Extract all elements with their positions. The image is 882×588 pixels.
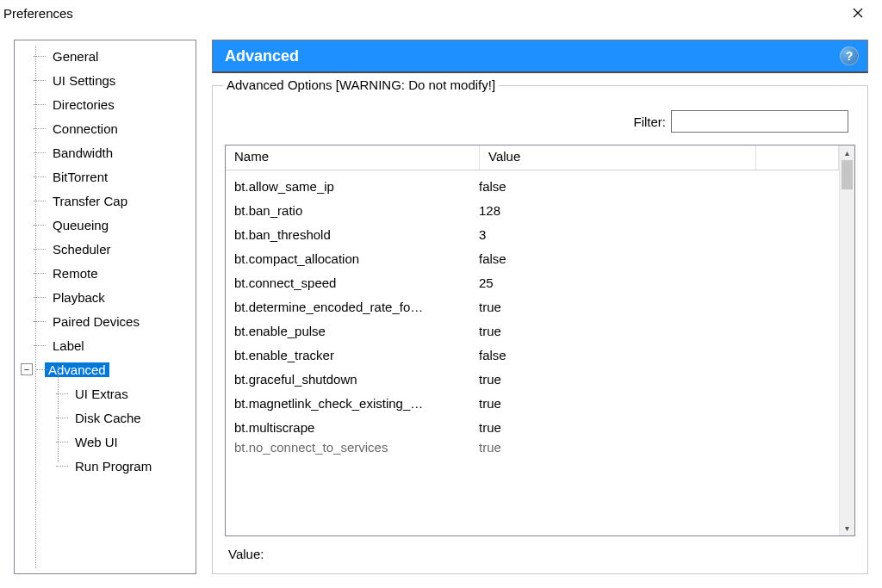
list-item[interactable]: bt.enable_pulsetrue bbox=[226, 319, 839, 343]
collapse-icon[interactable]: − bbox=[21, 363, 33, 375]
category-tree: General UI Settings Directories Connecti… bbox=[14, 40, 196, 574]
list-item[interactable]: bt.determine_encoded_rate_fo…true bbox=[226, 294, 839, 319]
listview-body: bt.allow_same_ipfalse bt.ban_ratio128 bt… bbox=[226, 170, 839, 535]
tree-item-bittorrent[interactable]: BitTorrent bbox=[18, 164, 196, 189]
list-item[interactable]: bt.compact_allocationfalse bbox=[226, 246, 839, 270]
tree-item-queueing[interactable]: Queueing bbox=[18, 213, 196, 237]
tree-item-scheduler[interactable]: Scheduler bbox=[18, 237, 196, 261]
list-item[interactable]: bt.multiscrapetrue bbox=[226, 415, 839, 439]
options-listview: Name Value bt.allow_same_ipfalse bt.ban_… bbox=[225, 145, 855, 536]
scroll-down-icon[interactable]: ▾ bbox=[840, 521, 854, 535]
tree-item-transfer-cap[interactable]: Transfer Cap bbox=[18, 189, 196, 213]
tree-item-playback[interactable]: Playback bbox=[18, 285, 196, 309]
scroll-thumb[interactable] bbox=[842, 160, 853, 189]
list-item[interactable]: bt.enable_trackerfalse bbox=[226, 343, 839, 367]
listview-header: Name Value bbox=[226, 145, 839, 170]
tree-item-advanced[interactable]: − Advanced bbox=[18, 357, 196, 381]
filter-input[interactable] bbox=[671, 110, 848, 133]
section-header: Advanced ? bbox=[212, 40, 868, 73]
filter-row: Filter: bbox=[225, 102, 855, 145]
list-item[interactable]: bt.no_connect_to_servicestrue bbox=[226, 439, 839, 455]
list-item[interactable]: bt.ban_ratio128 bbox=[226, 198, 839, 222]
list-item[interactable]: bt.ban_threshold3 bbox=[226, 222, 839, 246]
body: General UI Settings Directories Connecti… bbox=[0, 26, 882, 588]
tree-item-label[interactable]: Label bbox=[18, 333, 196, 357]
scroll-up-icon[interactable]: ▴ bbox=[840, 145, 854, 160]
close-icon bbox=[853, 8, 863, 18]
tree-item-general[interactable]: General bbox=[18, 44, 196, 68]
tree-item-paired-devices[interactable]: Paired Devices bbox=[18, 309, 196, 333]
advanced-options-group: Advanced Options [WARNING: Do not modify… bbox=[212, 85, 868, 574]
group-legend: Advanced Options [WARNING: Do not modify… bbox=[223, 77, 499, 92]
value-label: Value: bbox=[225, 536, 855, 561]
tree-item-directories[interactable]: Directories bbox=[18, 92, 196, 116]
tree-item-bandwidth[interactable]: Bandwidth bbox=[18, 140, 196, 164]
column-name[interactable]: Name bbox=[226, 145, 480, 170]
section-title: Advanced bbox=[225, 47, 840, 65]
close-button[interactable] bbox=[841, 1, 875, 25]
list-item[interactable]: bt.graceful_shutdowntrue bbox=[226, 367, 839, 391]
filter-label: Filter: bbox=[634, 115, 667, 129]
tree-item-connection[interactable]: Connection bbox=[18, 116, 196, 140]
window-title: Preferences bbox=[3, 6, 841, 21]
column-value[interactable]: Value bbox=[480, 145, 756, 170]
tree-item-ui-settings[interactable]: UI Settings bbox=[18, 68, 196, 92]
titlebar: Preferences bbox=[0, 0, 882, 26]
tree-item-disk-cache[interactable]: Disk Cache bbox=[18, 405, 196, 430]
scrollbar[interactable]: ▴ ▾ bbox=[839, 145, 854, 535]
tree-item-remote[interactable]: Remote bbox=[18, 261, 196, 285]
tree-item-ui-extras[interactable]: UI Extras bbox=[18, 381, 196, 405]
scroll-track[interactable] bbox=[840, 160, 854, 521]
tree-item-web-ui[interactable]: Web UI bbox=[18, 430, 196, 454]
help-icon[interactable]: ? bbox=[840, 46, 859, 65]
tree-item-run-program[interactable]: Run Program bbox=[18, 454, 196, 478]
list-item[interactable]: bt.allow_same_ipfalse bbox=[226, 174, 839, 198]
list-item[interactable]: bt.connect_speed25 bbox=[226, 270, 839, 294]
main-panel: Advanced ? Advanced Options [WARNING: Do… bbox=[212, 40, 868, 574]
preferences-window: Preferences General UI Settings Director… bbox=[0, 0, 882, 588]
list-item[interactable]: bt.magnetlink_check_existing_…true bbox=[226, 391, 839, 415]
